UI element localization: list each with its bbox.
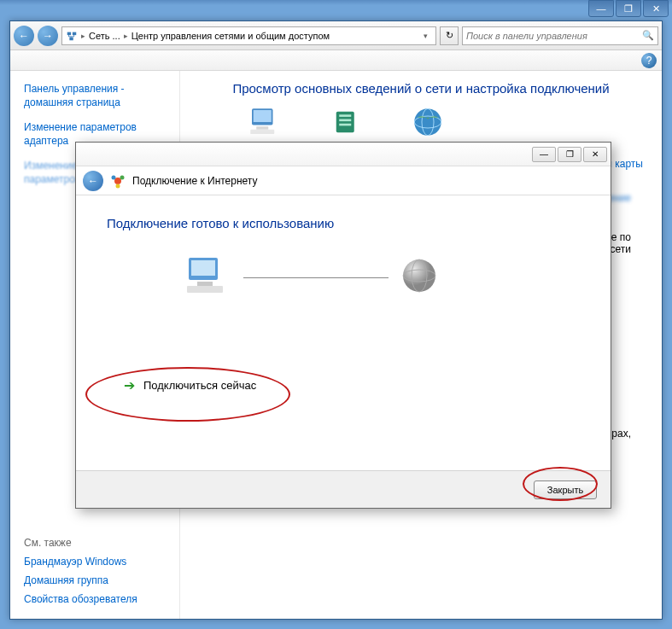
svg-rect-24 <box>197 282 213 286</box>
globe-icon <box>400 257 438 298</box>
svg-rect-13 <box>340 119 352 122</box>
address-dropdown-button[interactable]: ▾ <box>418 32 432 40</box>
switch-icon <box>329 104 365 140</box>
connection-wizard-dialog: — ❐ ✕ ← Подключение к Интернету Подключе… <box>75 142 611 509</box>
sidebar-home-link[interactable]: Панель управления - домашняя страница <box>24 83 166 109</box>
connect-now-link[interactable]: ➔ Подключиться сейчас <box>124 377 580 393</box>
svg-rect-14 <box>340 124 352 126</box>
breadcrumb-current[interactable]: Центр управления сетями и общим доступом <box>131 31 330 41</box>
sidebar-seealso-label: См. также <box>24 537 169 549</box>
window-close-button[interactable]: ✕ <box>643 0 669 17</box>
connection-diagram <box>184 254 580 300</box>
wizard-back-button[interactable]: ← <box>83 171 103 191</box>
search-icon: 🔍 <box>642 30 654 41</box>
dialog-maximize-button[interactable]: ❐ <box>558 147 581 162</box>
svg-point-21 <box>116 183 120 188</box>
sidebar-internet-options-link[interactable]: Свойства обозревателя <box>24 593 169 605</box>
wizard-heading: Подключение готово к использованию <box>107 216 580 230</box>
svg-rect-0 <box>67 32 71 35</box>
svg-point-15 <box>415 108 442 136</box>
svg-rect-23 <box>191 260 215 276</box>
page-title: Просмотр основных сведений о сети и наст… <box>199 81 643 96</box>
dialog-minimize-button[interactable]: — <box>532 147 556 162</box>
svg-rect-1 <box>73 32 76 35</box>
svg-rect-25 <box>187 286 223 293</box>
globe-icon <box>410 104 446 140</box>
computer-icon <box>184 254 231 300</box>
breadcrumb-separator: ▸ <box>124 32 128 40</box>
svg-rect-2 <box>69 37 73 40</box>
svg-rect-9 <box>256 126 268 130</box>
window-maximize-button[interactable]: ❐ <box>616 0 641 17</box>
svg-rect-12 <box>340 114 352 117</box>
window-minimize-button[interactable]: — <box>588 0 614 17</box>
network-center-icon <box>110 173 126 189</box>
svg-point-18 <box>114 178 121 184</box>
help-icon[interactable]: ? <box>641 53 657 68</box>
address-bar[interactable]: ▸ Сеть ... ▸ Центр управления сетями и о… <box>61 26 436 45</box>
wizard-close-button[interactable]: Закрыть <box>534 480 597 499</box>
refresh-button[interactable]: ↻ <box>440 26 459 45</box>
breadcrumb-root[interactable]: Сеть ... <box>89 31 120 41</box>
svg-point-19 <box>112 175 116 179</box>
svg-rect-10 <box>250 130 274 134</box>
sidebar-firewall-link[interactable]: Брандмауэр Windows <box>24 556 169 568</box>
nav-forward-button[interactable]: → <box>38 26 58 46</box>
navigation-bar: ← → ▸ Сеть ... ▸ Центр управления сетями… <box>10 21 662 50</box>
svg-point-20 <box>120 175 125 179</box>
menu-strip: ? <box>10 50 662 71</box>
svg-point-26 <box>403 259 435 292</box>
search-input[interactable] <box>466 31 642 41</box>
nav-back-button[interactable]: ← <box>14 26 34 46</box>
svg-rect-8 <box>254 110 272 122</box>
connection-line <box>243 277 389 278</box>
search-box[interactable]: 🔍 <box>462 26 658 45</box>
connect-now-label: Подключиться сейчас <box>143 379 256 392</box>
arrow-right-icon: ➔ <box>124 377 135 393</box>
sidebar-homegroup-link[interactable]: Домашняя группа <box>24 574 169 586</box>
wizard-title: Подключение к Интернету <box>132 175 258 187</box>
breadcrumb-separator: ▸ <box>81 32 85 40</box>
dialog-close-button[interactable]: ✕ <box>583 147 607 162</box>
computer-icon <box>246 104 282 140</box>
network-icon <box>66 30 78 42</box>
